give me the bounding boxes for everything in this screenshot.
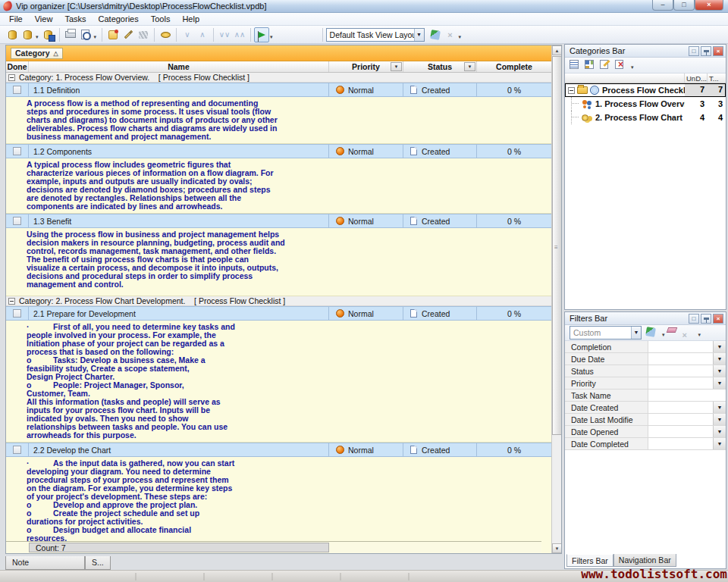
column-header-total[interactable]: T... — [708, 74, 726, 83]
new-database-button[interactable] — [5, 27, 20, 42]
filters-toolbar-overflow-icon[interactable]: ▾ — [698, 332, 701, 338]
tree-row-checklist[interactable]: Process Flow Checklist 7 7 — [565, 83, 726, 97]
done-checkbox[interactable] — [13, 309, 21, 318]
flag-dropdown-icon[interactable]: ▾ — [270, 34, 273, 40]
new-task-button[interactable] — [105, 27, 121, 42]
task-row-1-2[interactable]: 1.2 Components Normal Created 0 % — [6, 144, 551, 158]
menu-categories[interactable]: Categories — [93, 14, 145, 24]
filter-dropdown-icon[interactable]: ▼ — [713, 341, 726, 352]
edit-task-button[interactable] — [121, 27, 136, 42]
menu-tools[interactable]: Tools — [145, 14, 177, 24]
pin-panel-button[interactable] — [701, 314, 711, 324]
print-button[interactable] — [63, 27, 78, 42]
apply-filter-dropdown-icon[interactable]: ▾ — [662, 332, 665, 338]
filter-dropdown-icon[interactable]: ▼ — [713, 377, 726, 389]
tree-row-overview[interactable]: 1. Process Flow Overview. 3 3 — [565, 97, 726, 111]
move-up-button[interactable]: ∧ — [195, 27, 210, 42]
move-bottom-button[interactable]: ∨∨ — [217, 27, 232, 42]
move-down-button[interactable]: ∨ — [180, 27, 195, 42]
tab-filters-bar[interactable]: Filters Bar — [566, 554, 613, 567]
tree-row-development[interactable]: 2. Process Flow Chart Deve 4 4 — [565, 111, 726, 124]
done-checkbox[interactable] — [13, 217, 21, 225]
filter-value-field[interactable] — [648, 426, 713, 437]
edit-category-button[interactable] — [600, 60, 612, 71]
open-database-button[interactable] — [20, 27, 35, 42]
print-preview-button[interactable] — [78, 27, 93, 42]
categories-toolbar-overflow-icon[interactable]: ▾ — [631, 64, 634, 70]
task-row-1-1[interactable]: 1.1 Definition Normal Created 0 % — [6, 83, 551, 97]
preset-combo-dropdown-icon[interactable]: ▼ — [631, 327, 641, 339]
delete-category-button[interactable] — [615, 60, 627, 71]
done-checkbox[interactable] — [13, 446, 21, 454]
filter-value-field[interactable] — [648, 414, 713, 425]
close-panel-button[interactable]: × — [713, 46, 723, 56]
menu-help[interactable]: Help — [176, 14, 206, 24]
scroll-down-icon[interactable]: ▼ — [552, 543, 562, 553]
filter-value-field[interactable] — [648, 402, 713, 413]
task-row-2-1[interactable]: 2.1 Prepare for Development Normal Creat… — [6, 306, 551, 321]
add-subcategory-button[interactable] — [585, 60, 597, 71]
task-list-scrollbar[interactable]: ▲ ≡ ▼ — [551, 45, 561, 553]
filter-value-field[interactable] — [648, 353, 713, 365]
filter-dropdown-icon[interactable]: ▼ — [713, 426, 726, 437]
column-header-priority[interactable]: Priority▼ — [329, 61, 403, 72]
clear-filter-button[interactable] — [667, 327, 679, 339]
done-checkbox[interactable] — [13, 86, 21, 94]
save-database-button[interactable] — [41, 27, 56, 42]
layout-combo-dropdown-icon[interactable]: ▼ — [414, 29, 424, 41]
group-row-2[interactable]: Category: 2. Process Flow Chart Developm… — [6, 296, 551, 306]
collapse-group-icon[interactable] — [8, 298, 15, 305]
menu-view[interactable]: View — [29, 14, 59, 24]
group-row-1[interactable]: Category: 1. Process Flow Overview. [ Pr… — [6, 73, 551, 83]
status-filter-dropdown-icon[interactable]: ▼ — [464, 62, 475, 71]
filter-value-field[interactable] — [648, 438, 713, 449]
tree-collapse-icon[interactable] — [568, 87, 575, 94]
view-task-button[interactable] — [158, 27, 173, 42]
scroll-up-icon[interactable]: ▲ — [552, 45, 562, 55]
done-checkbox[interactable] — [13, 147, 21, 155]
delete-layout-button[interactable]: × — [443, 27, 458, 42]
tab-navigation-bar[interactable]: Navigation Bar — [613, 554, 676, 567]
task-row-2-2[interactable]: 2.2 Develop the Chart Normal Created 0 % — [6, 443, 551, 457]
filter-value-field[interactable] — [648, 390, 726, 401]
tab-note[interactable]: Note — [5, 556, 85, 570]
task-row-1-3[interactable]: 1.3 Benefit Normal Created 0 % — [6, 214, 551, 228]
filter-value-field[interactable] — [648, 377, 713, 389]
move-top-button[interactable]: ∧∧ — [232, 27, 247, 42]
filter-dropdown-icon[interactable]: ▼ — [713, 414, 726, 425]
open-database-dropdown-icon[interactable]: ▾ — [36, 34, 39, 40]
delete-task-button[interactable] — [136, 27, 151, 42]
layout-overflow-dropdown-icon[interactable]: ▾ — [459, 34, 462, 40]
close-panel-button[interactable]: × — [713, 314, 723, 324]
edit-layout-button[interactable] — [428, 27, 443, 42]
filter-dropdown-icon[interactable]: ▼ — [713, 353, 726, 365]
pin-panel-button[interactable] — [701, 46, 711, 56]
task-view-layout-combo[interactable]: Default Task View Layout ▼ — [326, 28, 425, 42]
maximize-button[interactable]: □ — [673, 0, 695, 11]
column-header-complete[interactable]: Complete — [477, 61, 551, 72]
print-options-dropdown-icon[interactable]: ▾ — [94, 34, 97, 40]
filter-dropdown-icon[interactable]: ▼ — [713, 365, 726, 377]
new-category-button[interactable] — [570, 60, 582, 71]
column-header-done[interactable]: Done — [6, 61, 29, 72]
menu-tasks[interactable]: Tasks — [58, 14, 92, 24]
restore-panel-button[interactable]: □ — [689, 314, 699, 324]
column-header-name[interactable]: Name — [29, 61, 329, 72]
collapse-group-icon[interactable] — [8, 74, 15, 81]
tab-s[interactable]: S... — [85, 556, 111, 570]
minimize-button[interactable]: – — [652, 0, 673, 11]
apply-filter-button[interactable] — [646, 327, 658, 339]
column-header-undone[interactable]: UnD... — [685, 74, 708, 83]
group-by-category-chip[interactable]: Category △ — [11, 48, 63, 59]
filter-value-field[interactable] — [648, 341, 713, 352]
filter-dropdown-icon[interactable]: ▼ — [713, 438, 726, 449]
filter-preset-combo[interactable]: Custom ▼ — [570, 326, 642, 340]
filter-value-field[interactable] — [648, 365, 713, 377]
restore-panel-button[interactable]: □ — [689, 46, 699, 56]
priority-filter-dropdown-icon[interactable]: ▼ — [391, 62, 402, 71]
filter-dropdown-icon[interactable]: ▼ — [713, 402, 726, 413]
scrollbar-thumb[interactable]: ≡ — [552, 56, 562, 435]
delete-filter-button[interactable]: × — [682, 327, 695, 339]
column-header-status[interactable]: Status▼ — [403, 61, 477, 72]
highlight-flag-button[interactable] — [254, 27, 269, 42]
